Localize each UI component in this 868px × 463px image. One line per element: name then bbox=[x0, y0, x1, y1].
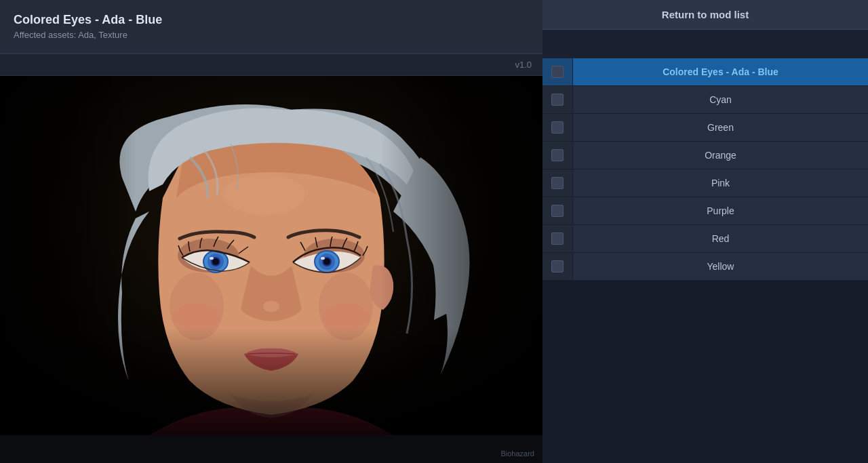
mod-checkbox-green[interactable] bbox=[542, 114, 573, 141]
checkbox-indicator-blue bbox=[551, 66, 564, 78]
checkbox-indicator-red bbox=[551, 233, 564, 245]
mod-version-bar: v1.0 bbox=[0, 54, 542, 76]
mod-header: Colored Eyes - Ada - Blue Affected asset… bbox=[0, 0, 542, 54]
mod-title: Colored Eyes - Ada - Blue bbox=[14, 13, 529, 27]
checkbox-indicator-orange bbox=[551, 149, 564, 161]
mod-list: Colored Eyes - Ada - BlueCyanGreenOrange… bbox=[542, 58, 868, 281]
mod-label-yellow[interactable]: Yellow bbox=[573, 253, 868, 280]
mod-checkbox-cyan[interactable] bbox=[542, 86, 573, 113]
mod-label-cyan[interactable]: Cyan bbox=[573, 86, 868, 113]
checkbox-indicator-pink bbox=[551, 177, 564, 189]
image-watermark: Biohazard bbox=[500, 449, 534, 458]
mod-checkbox-pink[interactable] bbox=[542, 169, 573, 197]
mod-list-item-yellow[interactable]: Yellow bbox=[542, 253, 868, 281]
mod-checkbox-yellow[interactable] bbox=[542, 253, 573, 280]
mod-list-item-orange[interactable]: Orange bbox=[542, 142, 868, 169]
mod-label-green[interactable]: Green bbox=[573, 114, 868, 141]
mod-subtitle: Affected assets: Ada, Texture bbox=[14, 30, 529, 40]
mod-list-item-red[interactable]: Red bbox=[542, 225, 868, 253]
mod-checkbox-purple[interactable] bbox=[542, 197, 573, 224]
mod-label-purple[interactable]: Purple bbox=[573, 197, 868, 224]
mod-label-orange[interactable]: Orange bbox=[573, 142, 868, 169]
right-bottom-area bbox=[542, 281, 868, 463]
mod-label-pink[interactable]: Pink bbox=[573, 169, 868, 197]
mod-checkbox-blue[interactable] bbox=[542, 58, 573, 85]
mod-version: v1.0 bbox=[515, 60, 532, 70]
return-to-mod-list-button[interactable]: Return to mod list bbox=[542, 0, 868, 30]
checkbox-indicator-cyan bbox=[551, 94, 564, 106]
mod-checkbox-red[interactable] bbox=[542, 225, 573, 252]
mod-label-blue[interactable]: Colored Eyes - Ada - Blue bbox=[573, 58, 868, 85]
mod-list-item-pink[interactable]: Pink bbox=[542, 169, 868, 197]
mod-label-red[interactable]: Red bbox=[573, 225, 868, 252]
mod-list-item-green[interactable]: Green bbox=[542, 114, 868, 142]
checkbox-indicator-green bbox=[551, 121, 564, 134]
mod-list-item-blue[interactable]: Colored Eyes - Ada - Blue bbox=[542, 58, 868, 86]
svg-rect-24 bbox=[0, 76, 542, 435]
mod-image-container: Biohazard bbox=[0, 76, 542, 463]
checkbox-indicator-purple bbox=[551, 205, 564, 217]
face-illustration bbox=[0, 76, 542, 463]
mod-list-item-cyan[interactable]: Cyan bbox=[542, 86, 868, 114]
left-panel: Colored Eyes - Ada - Blue Affected asset… bbox=[0, 0, 542, 463]
checkbox-indicator-yellow bbox=[551, 260, 564, 273]
right-panel: Return to mod list Colored Eyes - Ada - … bbox=[542, 0, 868, 463]
mod-checkbox-orange[interactable] bbox=[542, 142, 573, 169]
spacer bbox=[542, 30, 868, 58]
mod-list-item-purple[interactable]: Purple bbox=[542, 197, 868, 225]
